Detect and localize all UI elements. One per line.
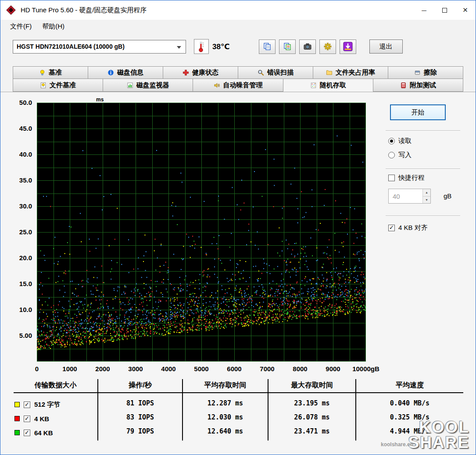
spin-up-icon[interactable]: ▲ bbox=[423, 189, 430, 197]
tab-label: 错误扫描 bbox=[267, 68, 293, 77]
col-header-avg: 平均存取时间 bbox=[183, 381, 268, 390]
copy-image-button[interactable] bbox=[279, 39, 296, 54]
read-label: 读取 bbox=[398, 137, 412, 145]
exit-button[interactable]: 退出 bbox=[369, 39, 403, 54]
menu-help[interactable]: 帮助(H) bbox=[37, 21, 70, 32]
tab-aam[interactable]: 自动噪音管理 bbox=[193, 79, 283, 92]
tab-error-scan[interactable]: 错误扫描 bbox=[238, 66, 313, 79]
tab-extra-tests[interactable]: 附加测试 bbox=[373, 79, 463, 92]
y-axis-unit: ms bbox=[96, 97, 104, 103]
series-label: 512 字节 bbox=[34, 401, 60, 409]
read-radio[interactable]: 读取 bbox=[388, 137, 412, 145]
checkbox-icon[interactable]: ✓ bbox=[24, 430, 30, 436]
copy-icon bbox=[263, 42, 272, 51]
separator bbox=[386, 215, 460, 216]
drive-select-value: HGST HDN721010ALE604 (10000 gB) bbox=[17, 43, 125, 50]
close-button[interactable]: ✕ bbox=[455, 0, 476, 20]
x-axis-tick: 7000 bbox=[260, 365, 274, 373]
y-axis-tick: 30.0 bbox=[0, 202, 32, 210]
align-checkbox[interactable]: ✓ 4 KB 对齐 bbox=[388, 224, 428, 232]
max-value: 26.078 ms bbox=[268, 413, 355, 421]
stroke-size-value: 40 bbox=[389, 189, 422, 203]
x-axis-tick: 5000 bbox=[194, 365, 208, 373]
speaker-icon bbox=[214, 82, 220, 89]
title-bar: HD Tune Pro 5.60 - 硬盘/固态硬盘实用程序 ─ ✕ bbox=[0, 0, 476, 20]
minimize-button[interactable]: ─ bbox=[414, 0, 434, 20]
tab-label: 擦除 bbox=[424, 68, 437, 77]
stroke-size-input[interactable]: 40 ▲ ▼ bbox=[388, 189, 431, 204]
options-button[interactable] bbox=[319, 39, 336, 54]
access-time-scatter-chart bbox=[37, 103, 366, 362]
y-axis-tick: 35.0 bbox=[0, 176, 32, 184]
y-axis-tick: 15.0 bbox=[0, 280, 32, 287]
tab-disk-monitor[interactable]: 磁盘监视器 bbox=[103, 79, 193, 92]
series-label: 64 KB bbox=[34, 429, 53, 437]
y-axis-tick: 50.0 bbox=[0, 99, 32, 106]
hdtune-window: HD Tune Pro 5.60 - 硬盘/固态硬盘实用程序 ─ ✕ 文件(F)… bbox=[0, 0, 476, 455]
tab-label: 随机存取 bbox=[320, 81, 346, 90]
bulb-icon bbox=[39, 69, 46, 76]
copy-text-button[interactable] bbox=[259, 39, 276, 54]
tab-benchmark[interactable]: 基准 bbox=[13, 66, 88, 79]
ops-value: 83 IOPS bbox=[98, 413, 182, 421]
temperature-box bbox=[194, 39, 209, 54]
checkbox-icon[interactable]: ✓ bbox=[24, 401, 30, 408]
tab-disk-info[interactable]: 磁盘信息 bbox=[88, 66, 163, 79]
tab-erase[interactable]: 擦除 bbox=[388, 66, 463, 79]
eraser-icon bbox=[414, 69, 421, 76]
results-table: 传输数据大小 操作/秒 平均存取时间 最大存取时间 平均速度 ✓ 512 字节 … bbox=[14, 377, 463, 448]
x-axis-tick: 6000 bbox=[227, 365, 241, 373]
short-stroke-checkbox[interactable]: ✓ 快捷行程 bbox=[388, 174, 425, 182]
window-title: HD Tune Pro 5.60 - 硬盘/固态硬盘实用程序 bbox=[21, 6, 147, 14]
y-axis: 50.045.040.035.030.025.020.015.010.05.00 bbox=[0, 103, 34, 362]
spinner: ▲ ▼ bbox=[422, 189, 430, 203]
tab-label: 附加测试 bbox=[410, 81, 436, 90]
start-label: 开始 bbox=[412, 108, 425, 117]
tab-folder-usage[interactable]: 文件夹占用率 bbox=[313, 66, 388, 79]
gear-icon bbox=[323, 42, 332, 51]
tab-health[interactable]: 健康状态 bbox=[163, 66, 238, 79]
series-label: 4 KB bbox=[34, 415, 49, 423]
start-button[interactable]: 开始 bbox=[390, 104, 446, 120]
drive-select[interactable]: HGST HDN721010ALE604 (10000 gB) bbox=[13, 40, 186, 54]
checkbox-icon: ✓ bbox=[388, 225, 395, 231]
screenshot-button[interactable] bbox=[299, 39, 316, 54]
separator bbox=[386, 130, 460, 131]
tab-random-access[interactable]: 随机存取 bbox=[283, 79, 373, 92]
menu-file[interactable]: 文件(F) bbox=[5, 21, 37, 32]
x-axis-tick: 0 bbox=[35, 365, 39, 373]
x-axis-tick: 4000 bbox=[161, 365, 175, 373]
spin-down-icon[interactable]: ▼ bbox=[423, 197, 430, 204]
download-icon bbox=[343, 41, 353, 52]
speed-value: 0.040 MB/s bbox=[356, 399, 463, 407]
tab-label: 磁盘监视器 bbox=[136, 81, 169, 90]
maximize-button[interactable] bbox=[434, 0, 455, 20]
col-header-ops: 操作/秒 bbox=[98, 381, 182, 390]
copy-color-icon bbox=[283, 42, 292, 51]
menu-bar: 文件(F) 帮助(H) bbox=[0, 20, 476, 33]
x-axis-tick: 10000gB bbox=[352, 365, 379, 373]
save-results-button[interactable] bbox=[340, 39, 356, 54]
file-benchmark-icon bbox=[40, 82, 47, 89]
radio-icon bbox=[388, 152, 395, 158]
avg-value: 12.640 ms bbox=[183, 427, 268, 435]
radio-icon bbox=[388, 138, 395, 144]
tab-label: 健康状态 bbox=[192, 68, 218, 77]
checkbox-icon[interactable]: ✓ bbox=[24, 416, 30, 422]
max-value: 23.195 ms bbox=[268, 399, 355, 407]
random-dots-icon bbox=[310, 82, 317, 89]
y-axis-tick: 25.0 bbox=[0, 228, 32, 236]
health-cross-icon bbox=[183, 69, 189, 76]
x-axis: 0100020003000400050006000700080009000100… bbox=[37, 365, 366, 374]
y-axis-tick: 45.0 bbox=[0, 125, 32, 132]
tab-file-benchmark[interactable]: 文件基准 bbox=[13, 79, 103, 92]
x-axis-tick: 8000 bbox=[293, 365, 307, 373]
toolbar: HGST HDN721010ALE604 (10000 gB) 38℃ bbox=[0, 33, 476, 60]
speed-value: 4.944 MB/s bbox=[356, 427, 463, 435]
tab-label: 磁盘信息 bbox=[117, 68, 143, 77]
y-axis-tick: 10.0 bbox=[0, 306, 32, 313]
x-axis-tick: 9000 bbox=[326, 365, 340, 373]
x-axis-tick: 3000 bbox=[128, 365, 143, 373]
y-axis-tick: 20.0 bbox=[0, 254, 32, 262]
write-radio[interactable]: 写入 bbox=[388, 151, 412, 159]
